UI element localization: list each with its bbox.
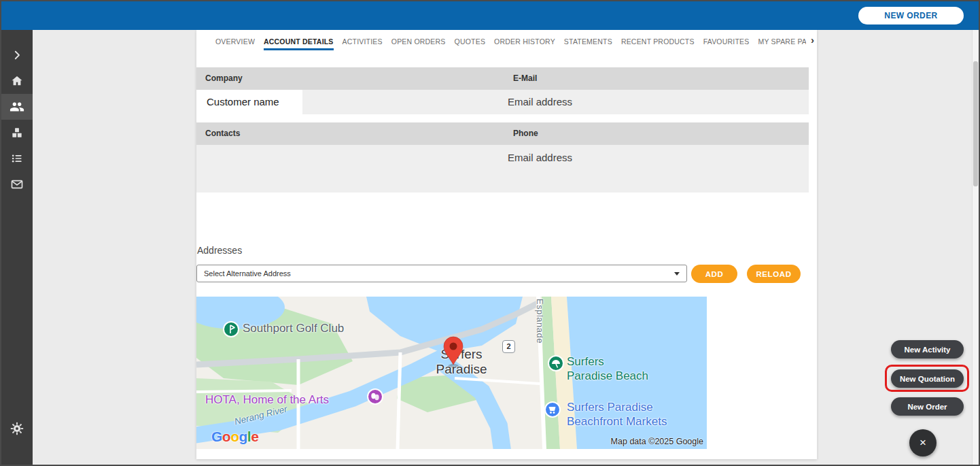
tab-account-details[interactable]: ACCOUNT DETAILS xyxy=(264,37,334,50)
account-details-card: OVERVIEW ACCOUNT DETAILS ACTIVITIES OPEN… xyxy=(196,30,817,459)
google-logo-letter: g xyxy=(239,429,247,444)
close-icon: × xyxy=(920,436,926,449)
company-header: Company xyxy=(205,67,243,90)
tab-statements[interactable]: STATEMENTS xyxy=(564,37,612,50)
sidebar-item-mail[interactable] xyxy=(1,171,33,197)
markets-poi-icon[interactable] xyxy=(545,402,560,417)
google-logo-letter: o xyxy=(222,429,230,444)
new-order-fab-button[interactable]: New Order xyxy=(891,397,964,416)
sidebar-item-products[interactable] xyxy=(1,120,33,146)
addresses-title: Addresses xyxy=(197,245,242,256)
sidebar-item-home[interactable] xyxy=(1,68,33,94)
google-logo-letter: o xyxy=(230,429,239,444)
tab-open-orders[interactable]: OPEN ORDERS xyxy=(391,37,446,50)
alternative-address-select[interactable]: Select Alternative Address xyxy=(196,265,687,282)
hota-poi-icon[interactable] xyxy=(368,389,383,404)
add-address-button[interactable]: ADD xyxy=(691,265,737,283)
beach-label-line2: Paradise Beach xyxy=(567,369,648,383)
map[interactable]: 2 Southport Golf Club Surfers Paradise E… xyxy=(196,297,707,449)
markets-label[interactable]: Surfers Paradise Beachfront Markets xyxy=(567,400,667,429)
phone-header: Phone xyxy=(513,122,538,145)
golf-club-poi-icon[interactable] xyxy=(224,322,239,337)
home-icon xyxy=(10,74,24,88)
contacts-email-value: Email address xyxy=(508,151,572,165)
sidebar-item-customers[interactable] xyxy=(1,94,33,120)
mail-icon xyxy=(10,178,24,191)
sidebar-expand-button[interactable] xyxy=(1,42,33,68)
contacts-header: Contacts xyxy=(205,122,240,145)
app-window: NEW ORDER xyxy=(0,0,980,466)
sidebar-item-orders-list[interactable] xyxy=(1,146,33,171)
tab-activities[interactable]: ACTIVITIES xyxy=(343,37,383,50)
dropdown-arrow-icon xyxy=(674,272,680,276)
markets-label-line1: Surfers Paradise xyxy=(567,400,667,414)
tab-overview[interactable]: OVERVIEW xyxy=(215,37,255,50)
chevron-right-icon xyxy=(11,49,23,61)
esplanade-label: Esplanade xyxy=(535,299,545,344)
new-activity-button[interactable]: New Activity xyxy=(891,340,964,359)
reload-addresses-button[interactable]: RELOAD xyxy=(747,265,801,283)
tabs-more-icon[interactable]: › xyxy=(811,34,814,46)
company-input[interactable]: Customer name xyxy=(196,90,302,114)
sidebar xyxy=(1,30,33,465)
alternative-address-select-value: Select Alternative Address xyxy=(204,269,291,278)
new-order-topbar-button[interactable]: NEW ORDER xyxy=(858,7,964,24)
fab-close-button[interactable]: × xyxy=(909,429,937,456)
new-quotation-button[interactable]: New Quotation xyxy=(891,369,964,388)
scrollbar-thumb[interactable] xyxy=(973,61,978,186)
google-logo-letter: G xyxy=(211,429,222,444)
tab-favourites[interactable]: FAVOURITES xyxy=(703,37,750,50)
details-header-row-1: Company E-Mail xyxy=(196,67,809,90)
email-value: Email address xyxy=(508,90,572,114)
beach-poi-icon[interactable] xyxy=(548,356,563,371)
tab-order-history[interactable]: ORDER HISTORY xyxy=(494,37,555,50)
tab-recent-products[interactable]: RECENT PRODUCTS xyxy=(621,37,695,50)
beach-label-line1: Surfers xyxy=(567,354,648,369)
map-road-2 xyxy=(196,390,292,392)
markets-label-line2: Beachfront Markets xyxy=(567,414,667,429)
email-header: E-Mail xyxy=(513,67,537,90)
topbar: NEW ORDER xyxy=(1,1,979,30)
hota-label[interactable]: HOTA, Home of the Arts xyxy=(205,393,329,407)
list-icon xyxy=(10,152,24,165)
map-attribution: Map data ©2025 Google xyxy=(611,437,703,446)
people-icon xyxy=(10,99,24,114)
boxes-icon xyxy=(10,126,24,139)
sidebar-item-settings[interactable] xyxy=(1,416,33,442)
google-logo[interactable]: Google xyxy=(211,429,258,445)
tab-bar: OVERVIEW ACCOUNT DETAILS ACTIVITIES OPEN… xyxy=(215,30,806,50)
map-pin-icon[interactable] xyxy=(440,335,467,367)
beach-label[interactable]: Surfers Paradise Beach xyxy=(567,354,648,383)
golf-club-label[interactable]: Southport Golf Club xyxy=(243,322,344,335)
google-logo-letter: e xyxy=(251,429,258,444)
scrollbar-track[interactable] xyxy=(972,30,979,465)
tab-my-spare-parts[interactable]: MY SPARE PARTS xyxy=(758,37,806,50)
details-value-row-1: Customer name Email address xyxy=(196,90,809,114)
gear-icon xyxy=(10,421,24,436)
details-header-row-2: Contacts Phone xyxy=(196,122,809,145)
tab-quotes[interactable]: QUOTES xyxy=(455,37,486,50)
details-value-row-2: Email address xyxy=(196,145,809,193)
